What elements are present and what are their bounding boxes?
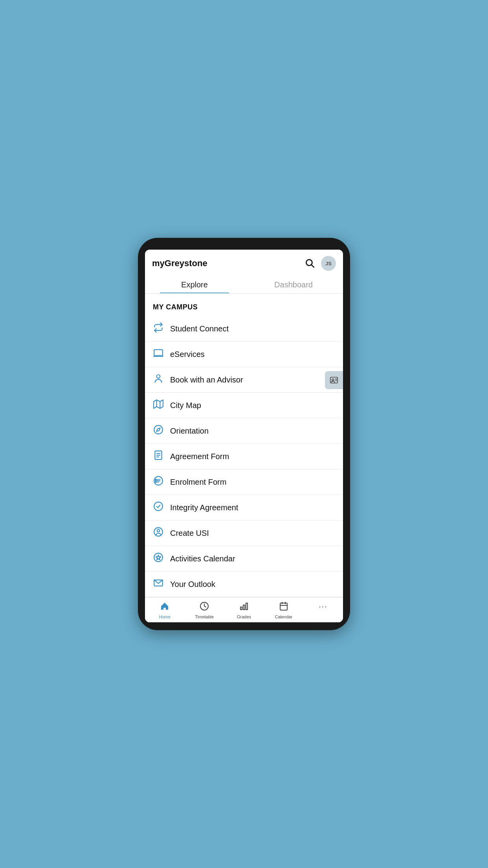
menu-item-your-outlook[interactable]: Your Outlook xyxy=(145,572,343,597)
svg-marker-13 xyxy=(156,428,160,431)
menu-item-create-usi[interactable]: Create USI xyxy=(145,520,343,546)
nav-calendar[interactable]: Calendar xyxy=(264,598,303,622)
person-icon xyxy=(153,373,164,386)
svg-point-22 xyxy=(155,479,156,480)
grades-icon xyxy=(239,601,249,613)
nav-grades-label: Grades xyxy=(237,614,251,619)
arrows-icon xyxy=(153,322,164,335)
svg-rect-33 xyxy=(243,605,245,610)
app-header: myGreystone JS xyxy=(145,250,343,275)
menu-item-city-map[interactable]: City Map xyxy=(145,393,343,418)
contact-card-icon xyxy=(330,376,338,384)
menu-item-enrolment-form[interactable]: Enrolment Form xyxy=(145,469,343,495)
menu-item-integrity-agreement[interactable]: Integrity Agreement xyxy=(145,495,343,520)
nav-more[interactable]: ··· More xyxy=(303,598,343,622)
menu-label-city-map: City Map xyxy=(170,401,201,410)
phone-device: myGreystone JS Explore Dashboard xyxy=(138,238,350,630)
menu-item-agreement-form[interactable]: Agreement Form xyxy=(145,444,343,469)
menu-label-student-connect: Student Connect xyxy=(170,324,229,333)
svg-point-27 xyxy=(157,530,160,532)
app-title: myGreystone xyxy=(152,258,207,268)
menu-item-student-connect[interactable]: Student Connect xyxy=(145,316,343,342)
calendar-icon xyxy=(279,601,288,613)
bottom-navigation: Home Timetable xyxy=(145,597,343,622)
tab-explore[interactable]: Explore xyxy=(145,275,244,293)
person-circle-icon xyxy=(153,527,164,539)
search-icon xyxy=(305,258,315,268)
menu-label-create-usi: Create USI xyxy=(170,529,209,538)
svg-marker-29 xyxy=(156,555,161,560)
svg-point-4 xyxy=(157,375,160,378)
menu-item-activities-calendar[interactable]: Activities Calendar xyxy=(145,546,343,572)
svg-line-1 xyxy=(312,265,314,267)
phone-screen: myGreystone JS Explore Dashboard xyxy=(145,250,343,622)
svg-point-28 xyxy=(154,553,163,562)
menu-item-eservices[interactable]: eServices xyxy=(145,342,343,367)
tab-bar: Explore Dashboard xyxy=(145,275,343,294)
nav-home[interactable]: Home xyxy=(145,598,185,622)
nav-calendar-label: Calendar xyxy=(275,614,292,619)
svg-rect-2 xyxy=(154,349,163,355)
menu-label-enrolment-form: Enrolment Form xyxy=(170,478,226,487)
svg-point-6 xyxy=(332,379,334,381)
menu-item-wrapper-advisor: Book with an Advisor xyxy=(145,367,343,393)
menu-label-book-advisor: Book with an Advisor xyxy=(170,375,243,384)
menu-item-book-advisor[interactable]: Book with an Advisor xyxy=(145,367,343,393)
nav-grades[interactable]: Grades xyxy=(224,598,264,622)
nav-timetable-label: Timetable xyxy=(195,614,214,619)
laptop-icon xyxy=(153,348,164,360)
menu-label-orientation: Orientation xyxy=(170,427,209,436)
floating-contact-button[interactable] xyxy=(325,371,343,389)
menu-label-eservices: eServices xyxy=(170,350,205,359)
menu-label-agreement-form: Agreement Form xyxy=(170,452,229,461)
email-icon xyxy=(153,578,164,590)
menu-item-orientation[interactable]: Orientation xyxy=(145,418,343,444)
search-button[interactable] xyxy=(303,256,316,271)
svg-point-25 xyxy=(154,502,163,511)
svg-rect-35 xyxy=(280,603,287,610)
svg-marker-9 xyxy=(154,400,163,408)
doc-icon xyxy=(153,450,164,463)
tab-dashboard[interactable]: Dashboard xyxy=(244,275,343,293)
avatar-button[interactable]: JS xyxy=(321,256,336,271)
nav-timetable[interactable]: Timetable xyxy=(185,598,224,622)
list-icon xyxy=(153,476,164,488)
clock-icon xyxy=(200,601,209,613)
svg-rect-32 xyxy=(240,607,242,610)
menu-label-integrity-agreement: Integrity Agreement xyxy=(170,503,238,512)
svg-point-12 xyxy=(154,425,163,434)
main-content: MY CAMPUS Student Connect xyxy=(145,294,343,597)
header-icons: JS xyxy=(303,256,336,271)
svg-rect-34 xyxy=(246,603,248,610)
compass-icon xyxy=(153,425,164,437)
svg-point-23 xyxy=(155,480,156,481)
map-icon xyxy=(153,399,164,412)
check-circle-icon xyxy=(153,501,164,514)
avatar-initials: JS xyxy=(325,261,332,267)
menu-label-your-outlook: Your Outlook xyxy=(170,580,215,589)
more-icon: ··· xyxy=(319,601,328,611)
menu-label-activities-calendar: Activities Calendar xyxy=(170,554,235,563)
svg-point-24 xyxy=(155,482,156,482)
section-title: MY CAMPUS xyxy=(145,303,343,316)
soccer-icon xyxy=(153,552,164,565)
nav-home-label: Home xyxy=(159,614,171,619)
home-icon xyxy=(160,601,169,613)
